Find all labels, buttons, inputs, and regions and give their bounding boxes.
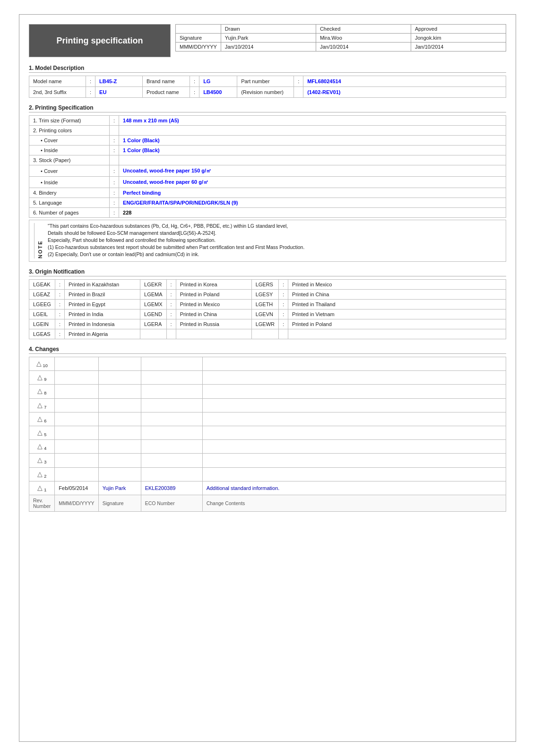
spec-label-colors: 2. Printing colors <box>29 126 110 136</box>
change-eco-2 <box>141 467 202 481</box>
spec-value-pages: 228 <box>119 208 506 218</box>
title-box: Printing specification <box>29 24 171 57</box>
origin-text-6-1: Printed in Algeria <box>65 329 140 339</box>
model-label3-2: (Revision number) <box>237 87 294 98</box>
change-eco-3 <box>141 454 202 467</box>
change-sig-10 <box>98 357 141 371</box>
col-approved: Approved <box>411 25 506 34</box>
origin-code-3-3: LGETH <box>251 300 278 309</box>
date-checked: Jan/10/2014 <box>316 43 411 52</box>
change-date-5 <box>55 426 98 439</box>
origin-text-3-3: Printed in Thailand <box>288 300 506 309</box>
change-eco-8 <box>141 385 202 398</box>
triangle-icon-4: △ <box>37 442 43 450</box>
change-date-4 <box>55 440 98 454</box>
change-sig-3 <box>98 454 141 467</box>
spec-sep-inside-color: : <box>110 146 119 155</box>
spec-value-inside-paper: Uncoated, wood-free paper 60 g/㎡ <box>119 177 506 188</box>
change-contents-5 <box>202 426 506 439</box>
origin-code-1-1: LGEAK <box>29 280 55 290</box>
origin-sep-1-1: : <box>55 280 65 290</box>
note-1: "This part contains Eco-hazardous substa… <box>48 223 501 229</box>
change-contents-9 <box>202 371 506 385</box>
change-row-8: △ 8 <box>29 385 506 398</box>
triangle-icon-1: △ <box>37 484 43 491</box>
notes-side-label: NOTE <box>34 223 43 258</box>
page-title: Printing specification <box>56 36 143 46</box>
change-row-6: △ 6 <box>29 412 506 426</box>
date-label: MMM/DD/YYYY <box>176 43 221 52</box>
origin-sep-3-2: : <box>166 300 176 309</box>
triangle-icon-7: △ <box>37 401 43 409</box>
change-rev-5: △ 5 <box>29 426 55 439</box>
change-eco-1: EKLE200389 <box>141 481 202 495</box>
origin-text-4-2: Printed in China <box>176 309 251 319</box>
change-date-7 <box>55 398 98 412</box>
origin-table: LGEAK : Printed in Kazakhstan LGEKR : Pr… <box>29 279 506 339</box>
change-rev-3: △ 3 <box>29 454 55 467</box>
origin-text-1-1: Printed in Kazakhstan <box>65 280 140 290</box>
origin-text-2-2: Printed in Poland <box>176 290 251 300</box>
change-sig-4 <box>98 440 141 454</box>
origin-sep-6-3 <box>278 329 288 339</box>
model-label2-2: Product name <box>143 87 190 98</box>
spec-label-stock: 3. Stock (Paper) <box>29 155 110 165</box>
change-eco-6 <box>141 412 202 426</box>
spec-value-cover-paper: Uncoated, wood-free paper 150 g/㎡ <box>119 165 506 177</box>
origin-code-3-2: LGEMX <box>140 300 167 309</box>
triangle-icon-6: △ <box>37 415 43 422</box>
footer-sig: Signature <box>98 495 141 511</box>
footer-eco: ECO Number <box>141 495 202 511</box>
changes-footer-row: Rev. Number MMM/DD/YYYY Signature ECO Nu… <box>29 495 506 511</box>
change-contents-1: Additional standard information. <box>202 481 506 495</box>
origin-code-3-1: LGEEG <box>29 300 55 309</box>
origin-text-4-3: Printed in Vietnam <box>288 309 506 319</box>
origin-sep-2-3: : <box>278 290 288 300</box>
page-container: Printing specification Drawn Checked App… <box>19 14 516 742</box>
origin-code-4-1: LGEIL <box>29 309 55 319</box>
origin-code-2-1: LGEAZ <box>29 290 55 300</box>
origin-code-6-1: LGEAS <box>29 329 55 339</box>
origin-code-5-2: LGERA <box>140 319 167 329</box>
spec-label-language: 5. Language <box>29 198 110 208</box>
spec-value-bindery: Perfect binding <box>119 188 506 198</box>
origin-sep-5-1: : <box>55 319 65 329</box>
footer-change: Change Contents <box>202 495 506 511</box>
triangle-icon-8: △ <box>37 387 43 395</box>
change-date-10 <box>55 357 98 371</box>
change-eco-9 <box>141 371 202 385</box>
footer-date: MMM/DD/YYYY <box>55 495 98 511</box>
triangle-icon-9: △ <box>37 373 43 381</box>
change-sig-8 <box>98 385 141 398</box>
change-contents-3 <box>202 454 506 467</box>
header: Printing specification Drawn Checked App… <box>29 24 506 57</box>
change-contents-6 <box>202 412 506 426</box>
footer-rev: Rev. Number <box>29 495 55 511</box>
origin-code-6-2 <box>140 329 167 339</box>
origin-sep-3-3: : <box>278 300 288 309</box>
change-rev-2: △ 2 <box>29 467 55 481</box>
change-date-9 <box>55 371 98 385</box>
model-value3-2: (1402-REV01) <box>303 87 506 98</box>
origin-text-5-2: Printed in Russia <box>176 319 251 329</box>
origin-text-1-2: Printed in Korea <box>176 280 251 290</box>
model-value3-1: MFL68024514 <box>303 76 506 87</box>
spec-table: 1. Trim size (Format) : 148 mm x 210 mm … <box>29 115 506 218</box>
change-row-4: △ 4 <box>29 440 506 454</box>
origin-sep-1-2: : <box>166 280 176 290</box>
model-label3-1: Part number <box>237 76 294 87</box>
change-sig-5 <box>98 426 141 439</box>
model-sep2-2: : <box>190 87 199 98</box>
change-row-10: △ 10 <box>29 357 506 371</box>
change-sig-7 <box>98 398 141 412</box>
change-row-3: △ 3 <box>29 454 506 467</box>
spec-label-cover-paper: • Cover <box>29 165 110 177</box>
origin-sep-5-2: : <box>166 319 176 329</box>
origin-text-2-3: Printed in China <box>288 290 506 300</box>
section1-heading: 1. Model Description <box>29 65 506 73</box>
origin-text-5-3: Printed in Poland <box>288 319 506 329</box>
date-approved: Jan/10/2014 <box>411 43 506 52</box>
spec-sep-cover-paper: : <box>110 165 119 177</box>
change-contents-4 <box>202 440 506 454</box>
triangle-icon-5: △ <box>37 429 43 436</box>
